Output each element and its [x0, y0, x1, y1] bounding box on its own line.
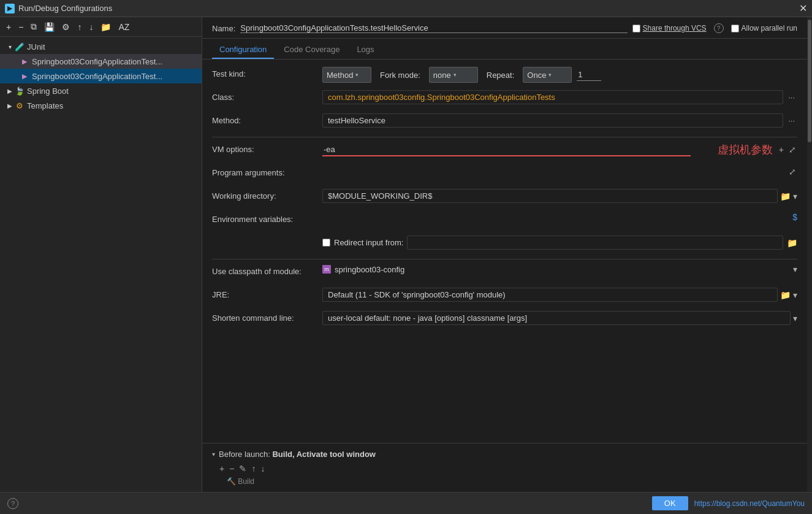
- bl-add-button[interactable]: +: [219, 464, 224, 474]
- redirect-folder-button[interactable]: 📁: [787, 238, 797, 248]
- working-dir-input[interactable]: [322, 189, 778, 203]
- save-config-button[interactable]: 💾: [42, 21, 57, 33]
- classpath-controls: m springboot03-config ▾: [322, 264, 797, 274]
- copy-config-button[interactable]: ⧉: [28, 20, 39, 33]
- jre-row: JRE: 📁 ▾: [212, 288, 797, 305]
- classpath-dropdown-button[interactable]: ▾: [793, 264, 797, 274]
- method-label: Method:: [212, 113, 322, 125]
- move-up-button[interactable]: ↑: [75, 21, 84, 33]
- settings-button[interactable]: ⚙: [59, 21, 72, 33]
- working-dir-controls: 📁 ▾: [322, 189, 797, 203]
- springboot-expand-arrow: ▶: [5, 86, 15, 96]
- test-kind-label: Test kind:: [212, 67, 322, 79]
- shorten-dropdown-button[interactable]: ▾: [793, 313, 797, 323]
- redirect-label: Redirect input from:: [334, 238, 403, 247]
- tree-item-springboot[interactable]: ▶ 🍃 Spring Boot: [0, 83, 202, 98]
- main-container: + − ⧉ 💾 ⚙ ↑ ↓ 📁 AZ ▾ 🧪 JUnit ▶ Springboo…: [0, 17, 812, 492]
- right-main: Name: Share through VCS ? Allow parallel…: [202, 17, 812, 492]
- junit-icon: 🧪: [15, 42, 25, 52]
- close-button[interactable]: ✕: [799, 2, 807, 14]
- test-kind-select[interactable]: Method ▾: [322, 67, 371, 83]
- bl-build-label: Build: [238, 477, 254, 486]
- fork-mode-select[interactable]: none ▾: [429, 67, 478, 83]
- tree-item-test2[interactable]: ▶ Springboot03ConfigApplicationTest...: [0, 69, 202, 83]
- method-input[interactable]: [322, 113, 783, 128]
- env-vars-button[interactable]: $: [792, 212, 797, 222]
- vm-options-input[interactable]: [322, 144, 691, 156]
- vm-add-button[interactable]: +: [778, 144, 785, 156]
- share-vcs-checkbox[interactable]: [632, 25, 640, 33]
- shorten-input[interactable]: [322, 311, 791, 325]
- method-browse-button[interactable]: ···: [786, 115, 797, 126]
- jre-folder-button[interactable]: 📁: [780, 290, 791, 300]
- parallel-checkbox[interactable]: [731, 25, 739, 33]
- shorten-row: Shorten command line: ▾: [212, 311, 797, 328]
- scrollbar[interactable]: [807, 17, 812, 492]
- redirect-checkbox-row: Redirect input from: 📁: [322, 236, 797, 250]
- remove-config-button[interactable]: −: [16, 21, 26, 33]
- sort-button[interactable]: AZ: [116, 21, 132, 33]
- bl-up-button[interactable]: ↑: [251, 464, 256, 474]
- sidebar: + − ⧉ 💾 ⚙ ↑ ↓ 📁 AZ ▾ 🧪 JUnit ▶ Springboo…: [0, 17, 202, 492]
- templates-expand-arrow: ▶: [5, 101, 15, 110]
- tree-item-templates[interactable]: ▶ ⚙ Templates: [0, 98, 202, 113]
- repeat-number-input[interactable]: [577, 69, 601, 81]
- tree-item-test1[interactable]: ▶ Springboot03ConfigApplicationTest...: [0, 54, 202, 69]
- add-config-button[interactable]: +: [4, 21, 13, 33]
- vm-options-label: VM options:: [212, 142, 322, 154]
- ok-button[interactable]: OK: [652, 496, 688, 510]
- tabs-row: Configuration Code Coverage Logs: [202, 39, 807, 59]
- class-input[interactable]: [322, 90, 783, 104]
- bl-down-button[interactable]: ↓: [260, 464, 265, 474]
- tab-logs[interactable]: Logs: [349, 41, 381, 59]
- parallel-label: Allow parallel run: [742, 24, 797, 33]
- tab-configuration[interactable]: Configuration: [212, 41, 274, 59]
- bl-edit-button[interactable]: ✎: [239, 464, 246, 474]
- repeat-label: Repeat:: [483, 69, 518, 81]
- tree-item-junit[interactable]: ▾ 🧪 JUnit: [0, 39, 202, 54]
- move-down-button[interactable]: ↓: [86, 21, 96, 33]
- working-dir-dropdown-button[interactable]: ▾: [793, 191, 797, 201]
- name-input[interactable]: [240, 23, 627, 33]
- env-vars-group: $: [322, 212, 797, 222]
- folder-button[interactable]: 📁: [98, 21, 113, 33]
- bottom-right: OK https://blog.csdn.net/QuantumYou: [652, 496, 805, 510]
- right-content: Name: Share through VCS ? Allow parallel…: [202, 17, 807, 492]
- share-vcs-label: Share through VCS: [643, 24, 707, 33]
- before-launch-collapse-arrow[interactable]: ▾: [212, 451, 215, 458]
- tab-code-coverage[interactable]: Code Coverage: [276, 41, 347, 59]
- help-bottom-icon[interactable]: ?: [7, 498, 18, 509]
- env-vars-row: Environment variables: $: [212, 212, 797, 229]
- jre-label: JRE:: [212, 288, 322, 299]
- before-launch-bold: Build, Activate tool window: [272, 450, 376, 459]
- vm-expand-button[interactable]: ⤢: [787, 144, 797, 156]
- class-browse-button[interactable]: ···: [786, 91, 797, 103]
- bl-remove-button[interactable]: −: [229, 464, 234, 474]
- working-dir-folder-button[interactable]: 📁: [780, 191, 791, 201]
- share-help-icon[interactable]: ?: [714, 23, 724, 33]
- config-content: Test kind: Method ▾ Fork mode: none ▾ Re…: [202, 59, 807, 443]
- program-args-expand-button[interactable]: ⤢: [787, 166, 797, 178]
- parallel-row: Allow parallel run: [731, 24, 797, 33]
- class-row: Class: ···: [212, 90, 797, 107]
- before-launch-label: Before launch: Build, Activate tool wind…: [219, 450, 376, 459]
- program-args-group: ⤢: [322, 166, 797, 178]
- repeat-select[interactable]: Once ▾: [523, 67, 572, 83]
- jre-dropdown-button[interactable]: ▾: [793, 290, 797, 300]
- shorten-label: Shorten command line:: [212, 311, 322, 323]
- test-kind-controls: Method ▾ Fork mode: none ▾ Repeat: Once …: [322, 67, 797, 83]
- vm-options-hint: 虚拟机参数: [718, 142, 773, 157]
- program-args-row: Program arguments: ⤢: [212, 166, 797, 183]
- redirect-checkbox[interactable]: [322, 239, 330, 247]
- templates-icon: ⚙: [15, 101, 25, 110]
- jre-input[interactable]: [322, 288, 778, 302]
- classpath-module-group: m springboot03-config: [322, 265, 404, 274]
- program-args-label: Program arguments:: [212, 166, 322, 177]
- redirect-row: Redirect input from: 📁: [212, 236, 797, 253]
- springboot-icon: 🍃: [15, 86, 25, 96]
- redirect-input[interactable]: [407, 236, 783, 250]
- title-bar: ▶ Run/Debug Configurations ✕: [0, 0, 812, 17]
- separator-1: [212, 137, 797, 137]
- fork-mode-label: Fork mode:: [376, 69, 424, 81]
- vm-options-row: VM options: 虚拟机参数 + ⤢: [212, 142, 797, 159]
